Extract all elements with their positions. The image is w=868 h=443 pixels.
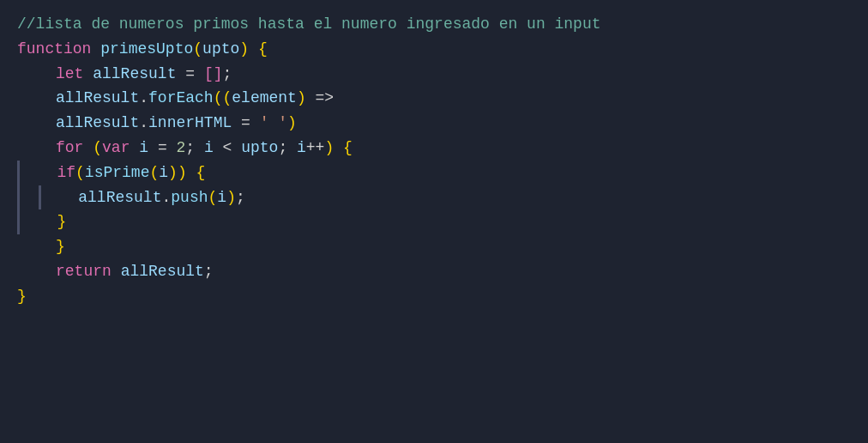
token-plain xyxy=(112,259,121,284)
code-line: //lista de numeros primos hasta el numer… xyxy=(17,12,851,37)
code-editor: //lista de numeros primos hasta el numer… xyxy=(0,0,868,443)
token-comment: //lista de numeros primos hasta el numer… xyxy=(17,12,601,37)
token-op: => xyxy=(316,86,335,111)
token-plain xyxy=(232,111,241,136)
token-method: push xyxy=(171,185,208,210)
token-paren: ( xyxy=(149,161,159,185)
code-line: } xyxy=(17,284,851,309)
token-plain xyxy=(232,136,241,161)
token-plain xyxy=(176,62,185,87)
token-plain xyxy=(334,136,343,161)
token-paren: ) xyxy=(287,111,297,136)
token-paren: ( xyxy=(193,37,202,62)
token-brace: { xyxy=(343,136,353,161)
code-line: allResult.forEach((element) => xyxy=(17,86,851,111)
token-varname: i xyxy=(297,136,306,161)
token-plain xyxy=(249,37,258,62)
code-line: allResult.push(i); xyxy=(17,185,851,210)
code-line: let allResult = []; xyxy=(17,62,851,87)
token-str: ' ' xyxy=(260,111,287,136)
token-plain xyxy=(195,62,204,87)
code-line: function primesUpto(upto) { xyxy=(17,37,851,62)
token-plain xyxy=(187,161,196,185)
code-line: } xyxy=(17,209,851,234)
code-line: } xyxy=(17,234,851,259)
token-var-kw: var xyxy=(102,136,130,161)
token-plain: ; xyxy=(222,62,232,87)
token-varname: innerHTML xyxy=(148,111,232,136)
token-varname: allResult xyxy=(56,111,139,136)
token-plain xyxy=(167,136,177,161)
token-paren: ) xyxy=(168,161,178,185)
token-paren: ( xyxy=(214,86,223,111)
token-brace: } xyxy=(56,234,65,259)
token-fn-name: primesUpto xyxy=(100,37,193,62)
token-plain xyxy=(214,136,223,161)
token-plain: ; xyxy=(236,185,245,210)
code-line: return allResult; xyxy=(17,259,851,284)
token-param: upto xyxy=(241,136,278,161)
token-varname: i xyxy=(204,136,214,161)
token-plain: ; xyxy=(204,259,214,284)
token-keyword: return xyxy=(56,259,112,284)
token-varname: i xyxy=(217,185,226,210)
token-paren: ( xyxy=(208,185,218,210)
token-plain xyxy=(83,62,93,87)
token-keyword: for xyxy=(56,136,83,161)
token-method: isPrime xyxy=(85,161,150,185)
token-varname: allResult xyxy=(56,86,139,111)
token-op: ++ xyxy=(306,136,325,161)
token-varname: allResult xyxy=(78,185,161,210)
token-plain: ; xyxy=(185,136,204,161)
token-plain xyxy=(91,37,100,62)
token-paren: ) xyxy=(226,185,236,210)
token-plain: ; xyxy=(278,136,297,161)
token-param: element xyxy=(232,86,297,111)
token-var-kw: let xyxy=(56,62,83,87)
token-brace: } xyxy=(17,284,27,309)
token-number: 2 xyxy=(177,136,186,161)
token-paren: ( xyxy=(75,161,85,185)
token-varname: allResult xyxy=(93,62,176,87)
token-array-bracket: [] xyxy=(204,62,223,87)
token-varname: i xyxy=(159,161,168,185)
token-paren: ( xyxy=(222,86,232,111)
token-keyword: function xyxy=(17,37,91,62)
token-paren: ) xyxy=(324,136,334,161)
token-keyword: if xyxy=(57,161,75,185)
token-plain xyxy=(83,136,93,161)
token-plain: . xyxy=(139,86,148,111)
token-method: forEach xyxy=(148,86,214,111)
token-plain xyxy=(250,111,260,136)
code-line: if(isPrime(i)) { xyxy=(17,161,851,185)
token-paren: ( xyxy=(93,136,102,161)
token-brace: } xyxy=(57,209,66,234)
token-paren: ) xyxy=(239,37,249,62)
token-plain xyxy=(130,136,139,161)
token-op: = xyxy=(185,62,195,87)
token-brace: { xyxy=(258,37,268,62)
token-plain xyxy=(306,86,316,111)
token-paren: ) xyxy=(297,86,306,111)
token-varname: allResult xyxy=(121,259,204,284)
token-plain: . xyxy=(161,185,171,210)
token-op: = xyxy=(241,111,250,136)
token-varname: i xyxy=(139,136,148,161)
token-plain: . xyxy=(139,111,148,136)
code-line: for (var i = 2; i < upto; i++) { xyxy=(17,136,851,161)
token-op: = xyxy=(158,136,167,161)
token-brace: { xyxy=(196,161,206,185)
token-paren: ) xyxy=(178,161,187,185)
token-comparison: < xyxy=(223,136,232,161)
code-line: allResult.innerHTML = ' ') xyxy=(17,111,851,136)
token-plain xyxy=(148,136,158,161)
token-param: upto xyxy=(202,37,239,62)
